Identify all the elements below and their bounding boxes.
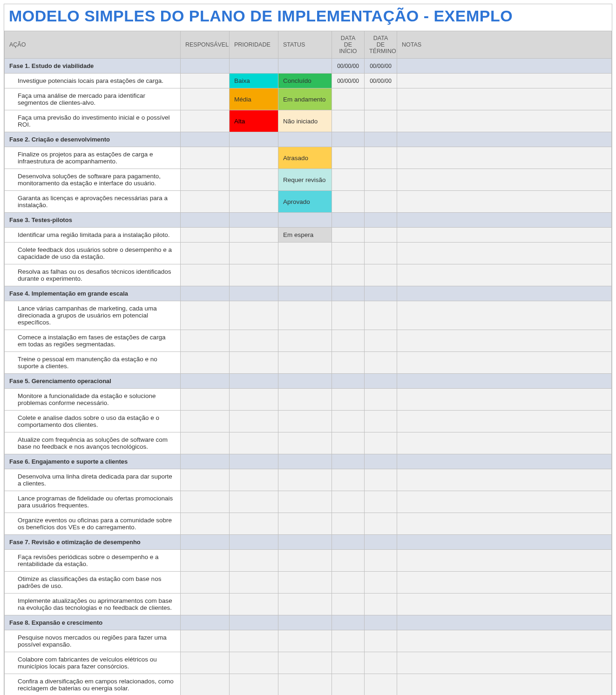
task-notes-cell[interactable]: [397, 147, 612, 169]
task-status[interactable]: [278, 491, 332, 513]
task-status[interactable]: [278, 469, 332, 491]
task-end[interactable]: [365, 169, 397, 191]
task-start[interactable]: [332, 630, 365, 652]
task-status[interactable]: [278, 352, 332, 374]
task-end[interactable]: [365, 264, 397, 286]
task-end[interactable]: [365, 243, 397, 264]
task-end[interactable]: [365, 491, 397, 513]
task-status[interactable]: Concluído: [278, 74, 332, 88]
task-notes-cell[interactable]: [397, 411, 612, 432]
task-start[interactable]: [332, 572, 365, 594]
task-priority[interactable]: [230, 191, 278, 213]
task-notes-cell[interactable]: [397, 301, 612, 330]
task-end[interactable]: [365, 147, 397, 169]
task-resp-cell[interactable]: [181, 411, 230, 432]
task-priority[interactable]: [230, 411, 278, 432]
task-resp-cell[interactable]: [181, 594, 230, 615]
task-notes-cell[interactable]: [397, 491, 612, 513]
task-start[interactable]: [332, 110, 365, 132]
task-end[interactable]: [365, 630, 397, 652]
task-status[interactable]: [278, 594, 332, 615]
task-notes-cell[interactable]: [397, 513, 612, 535]
task-start[interactable]: [332, 674, 365, 695]
task-priority[interactable]: [230, 301, 278, 330]
task-start[interactable]: [332, 88, 365, 110]
task-start[interactable]: 00/00/00: [332, 74, 365, 88]
task-notes-cell[interactable]: [397, 169, 612, 191]
task-notes-cell[interactable]: [397, 630, 612, 652]
task-status[interactable]: [278, 243, 332, 264]
task-resp-cell[interactable]: [181, 88, 230, 110]
task-status[interactable]: [278, 301, 332, 330]
task-notes-cell[interactable]: [397, 74, 612, 88]
task-end[interactable]: [365, 330, 397, 352]
task-notes-cell[interactable]: [397, 330, 612, 352]
task-notes-cell[interactable]: [397, 88, 612, 110]
task-resp-cell[interactable]: [181, 228, 230, 243]
task-priority[interactable]: [230, 264, 278, 286]
task-priority[interactable]: [230, 169, 278, 191]
task-status[interactable]: [278, 264, 332, 286]
task-start[interactable]: [332, 411, 365, 432]
task-resp-cell[interactable]: [181, 432, 230, 454]
task-start[interactable]: [332, 191, 365, 213]
task-resp-cell[interactable]: [181, 674, 230, 695]
task-end[interactable]: [365, 469, 397, 491]
task-start[interactable]: [332, 169, 365, 191]
task-status[interactable]: [278, 389, 332, 411]
task-resp-cell[interactable]: [181, 330, 230, 352]
task-notes-cell[interactable]: [397, 432, 612, 454]
task-end[interactable]: [365, 228, 397, 243]
task-start[interactable]: [332, 264, 365, 286]
task-resp-cell[interactable]: [181, 572, 230, 594]
task-status[interactable]: [278, 432, 332, 454]
task-resp-cell[interactable]: [181, 630, 230, 652]
task-status[interactable]: Atrasado: [278, 147, 332, 169]
task-start[interactable]: [332, 513, 365, 535]
task-notes-cell[interactable]: [397, 389, 612, 411]
task-resp-cell[interactable]: [181, 169, 230, 191]
task-priority[interactable]: [230, 491, 278, 513]
task-resp-cell[interactable]: [181, 147, 230, 169]
task-resp-cell[interactable]: [181, 491, 230, 513]
task-resp-cell[interactable]: [181, 191, 230, 213]
task-status[interactable]: [278, 411, 332, 432]
task-priority[interactable]: [230, 352, 278, 374]
task-start[interactable]: [332, 652, 365, 674]
task-priority[interactable]: [230, 674, 278, 695]
task-status[interactable]: [278, 550, 332, 572]
task-notes-cell[interactable]: [397, 191, 612, 213]
task-end[interactable]: [365, 411, 397, 432]
task-start[interactable]: [332, 243, 365, 264]
task-priority[interactable]: [230, 630, 278, 652]
task-status[interactable]: Em espera: [278, 228, 332, 243]
task-resp-cell[interactable]: [181, 652, 230, 674]
task-resp-cell[interactable]: [181, 243, 230, 264]
task-end[interactable]: [365, 674, 397, 695]
task-start[interactable]: [332, 352, 365, 374]
task-status[interactable]: [278, 630, 332, 652]
task-notes-cell[interactable]: [397, 652, 612, 674]
task-start[interactable]: [332, 469, 365, 491]
task-notes-cell[interactable]: [397, 550, 612, 572]
task-resp-cell[interactable]: [181, 74, 230, 88]
task-end[interactable]: [365, 88, 397, 110]
task-end[interactable]: [365, 652, 397, 674]
task-start[interactable]: [332, 228, 365, 243]
task-end[interactable]: [365, 513, 397, 535]
task-end[interactable]: [365, 352, 397, 374]
task-status[interactable]: [278, 513, 332, 535]
task-end[interactable]: [365, 572, 397, 594]
task-notes-cell[interactable]: [397, 352, 612, 374]
task-status[interactable]: Requer revisão: [278, 169, 332, 191]
task-priority[interactable]: [230, 243, 278, 264]
task-start[interactable]: [332, 147, 365, 169]
task-priority[interactable]: [230, 572, 278, 594]
task-priority[interactable]: Média: [230, 88, 278, 110]
task-end[interactable]: [365, 110, 397, 132]
task-end[interactable]: [365, 301, 397, 330]
task-priority[interactable]: [230, 389, 278, 411]
task-status[interactable]: [278, 652, 332, 674]
task-start[interactable]: [332, 550, 365, 572]
task-start[interactable]: [332, 594, 365, 615]
